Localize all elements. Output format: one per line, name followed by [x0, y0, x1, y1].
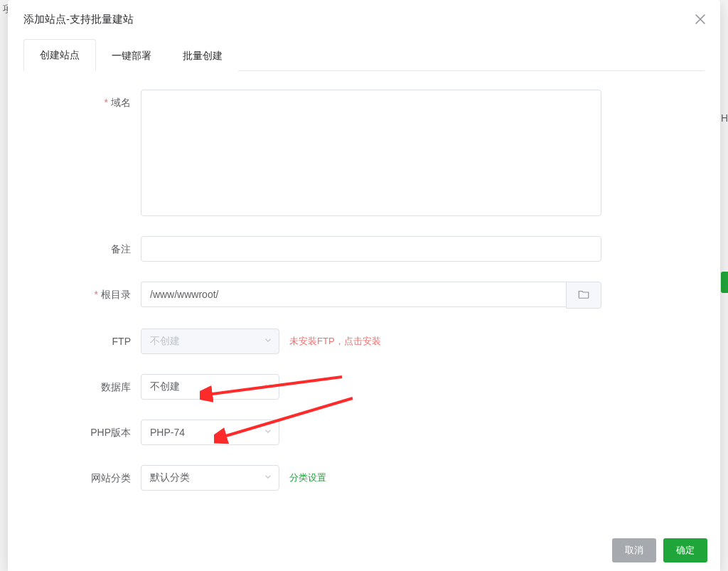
chevron-down-icon — [263, 472, 273, 484]
add-site-dialog: 添加站点-支持批量建站 创建站点 一键部署 批量创建 域名 备注 根目录 — [8, 0, 720, 571]
php-version-select-value: PHP-74 — [150, 427, 185, 438]
folder-icon — [577, 288, 590, 303]
chevron-down-icon — [263, 381, 273, 393]
tabs: 创建站点 一键部署 批量创建 — [23, 39, 705, 71]
label-root: 根目录 — [23, 282, 141, 307]
database-select[interactable]: 不创建 — [141, 374, 279, 400]
category-select[interactable]: 默认分类 — [141, 465, 279, 491]
label-domain: 域名 — [23, 90, 141, 115]
ftp-install-link[interactable]: 未安装FTP，点击安装 — [289, 335, 381, 348]
dialog-title: 添加站点-支持批量建站 — [23, 13, 134, 25]
tab-one-click-deploy[interactable]: 一键部署 — [96, 41, 167, 71]
ftp-select-value: 不创建 — [150, 335, 180, 348]
close-icon[interactable] — [693, 12, 707, 26]
remark-input[interactable] — [141, 236, 601, 262]
php-version-select[interactable]: PHP-74 — [141, 420, 279, 445]
database-select-value: 不创建 — [150, 380, 180, 393]
category-select-value: 默认分类 — [150, 471, 190, 484]
root-path-input[interactable] — [141, 282, 566, 307]
ftp-select: 不创建 — [141, 329, 279, 354]
tab-create-site[interactable]: 创建站点 — [23, 39, 96, 71]
cancel-button[interactable]: 取消 — [612, 538, 656, 562]
label-php-version: PHP版本 — [23, 420, 141, 445]
label-database: 数据库 — [23, 374, 141, 400]
form-body: 域名 备注 根目录 — [8, 71, 720, 529]
domain-textarea[interactable] — [141, 90, 601, 216]
tab-batch-create[interactable]: 批量创建 — [167, 41, 238, 71]
label-category: 网站分类 — [23, 465, 141, 491]
dialog-header: 添加站点-支持批量建站 — [8, 0, 720, 39]
bg-green-button-fragment[interactable] — [721, 272, 728, 293]
browse-folder-button[interactable] — [566, 282, 601, 309]
label-ftp: FTP — [23, 329, 141, 354]
chevron-down-icon — [263, 336, 273, 348]
dialog-footer: 取消 确定 — [8, 529, 720, 571]
category-settings-link[interactable]: 分类设置 — [289, 471, 326, 484]
chevron-down-icon — [263, 427, 273, 439]
label-remark: 备注 — [23, 236, 141, 262]
confirm-button[interactable]: 确定 — [663, 538, 707, 562]
